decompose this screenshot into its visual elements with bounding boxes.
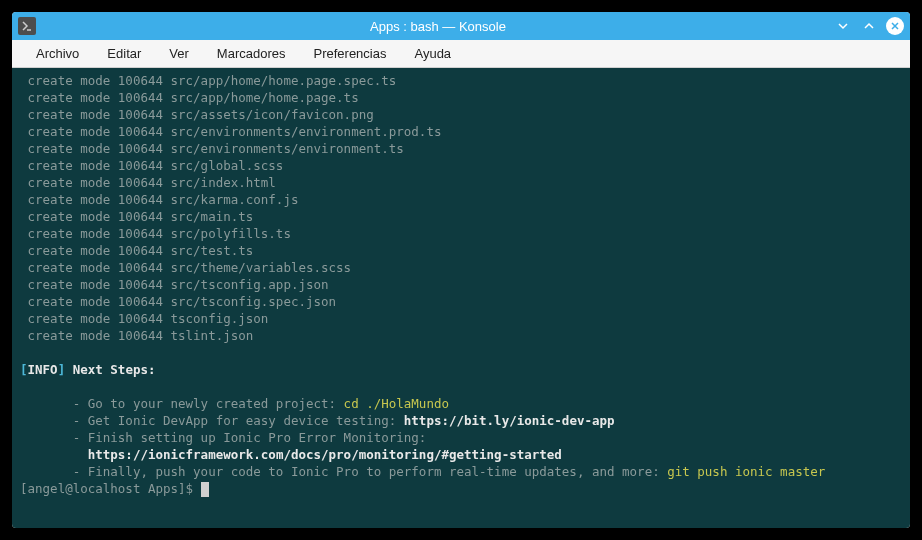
output-line: create mode 100644 src/assets/icon/favic… (20, 107, 374, 122)
next-steps-label: Next Steps: (65, 362, 155, 377)
app-icon (18, 17, 36, 35)
cursor (201, 482, 209, 497)
output-line: create mode 100644 src/karma.conf.js (20, 192, 298, 207)
maximize-button[interactable] (860, 17, 878, 35)
output-line: create mode 100644 src/test.ts (20, 243, 253, 258)
output-line: create mode 100644 src/polyfills.ts (20, 226, 291, 241)
output-line: create mode 100644 src/app/home/home.pag… (20, 90, 359, 105)
output-line: create mode 100644 src/theme/variables.s… (20, 260, 351, 275)
menu-marcadores[interactable]: Marcadores (203, 42, 300, 65)
output-line: create mode 100644 src/tsconfig.app.json (20, 277, 329, 292)
step-command: git push ionic master (667, 464, 825, 479)
window-controls (834, 17, 904, 35)
step-text: - Finally, push your code to Ionic Pro t… (20, 464, 667, 479)
terminal-area[interactable]: create mode 100644 src/app/home/home.pag… (12, 68, 910, 528)
output-line: create mode 100644 src/global.scss (20, 158, 283, 173)
output-line: create mode 100644 src/index.html (20, 175, 276, 190)
output-line: create mode 100644 src/environments/envi… (20, 141, 404, 156)
step-text: - Finish setting up Ionic Pro Error Moni… (20, 430, 434, 445)
info-bracket: [ (20, 362, 28, 377)
output-line: create mode 100644 src/app/home/home.pag… (20, 73, 396, 88)
menubar: Archivo Editar Ver Marcadores Preferenci… (12, 40, 910, 68)
menu-editar[interactable]: Editar (93, 42, 155, 65)
minimize-button[interactable] (834, 17, 852, 35)
prompt: [angel@localhost Apps]$ (20, 481, 201, 496)
close-button[interactable] (886, 17, 904, 35)
output-line: create mode 100644 tsconfig.json (20, 311, 268, 326)
menu-ver[interactable]: Ver (155, 42, 203, 65)
step-text: - Get Ionic DevApp for easy device testi… (20, 413, 404, 428)
step-text: - Go to your newly created project: (20, 396, 344, 411)
step-link: https://ionicframework.com/docs/pro/moni… (88, 447, 562, 462)
step-command: cd ./HolaMundo (344, 396, 449, 411)
titlebar[interactable]: Apps : bash — Konsole (12, 12, 910, 40)
output-line: create mode 100644 src/tsconfig.spec.jso… (20, 294, 336, 309)
output-line: create mode 100644 src/main.ts (20, 209, 253, 224)
pad (20, 447, 88, 462)
output-line: create mode 100644 src/environments/envi… (20, 124, 441, 139)
menu-archivo[interactable]: Archivo (22, 42, 93, 65)
window-title: Apps : bash — Konsole (42, 19, 834, 34)
menu-preferencias[interactable]: Preferencias (299, 42, 400, 65)
output-line: create mode 100644 tslint.json (20, 328, 253, 343)
menu-ayuda[interactable]: Ayuda (400, 42, 465, 65)
info-label: INFO (28, 362, 58, 377)
konsole-window: Apps : bash — Konsole Archivo Editar Ver… (12, 12, 910, 528)
step-link: https://bit.ly/ionic-dev-app (404, 413, 615, 428)
